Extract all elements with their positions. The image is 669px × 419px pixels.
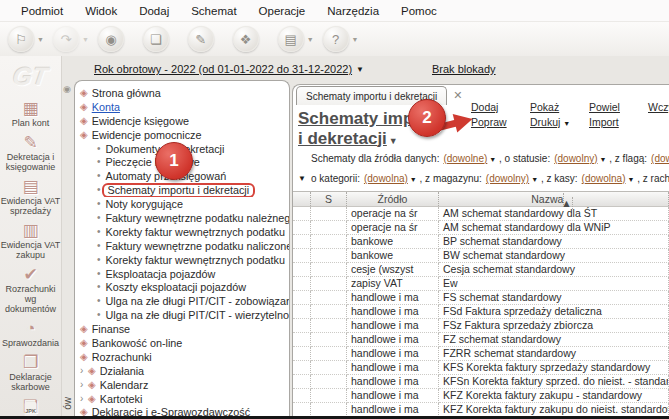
table-row[interactable]: handlowe i ma KFS Korekta faktury sprzed… [293,361,669,375]
tab-close-icon[interactable]: ✕ [453,89,462,102]
action-link[interactable]: Powiel [589,100,648,115]
dropdown-caret-icon[interactable]: ▼ [82,36,89,43]
help-button[interactable]: ? ▼ [323,26,359,52]
sidebar-item-plan-kont[interactable]: ▦ Plan kont [0,99,62,128]
dropdown-caret-icon[interactable]: ▼ [563,116,570,131]
table-row[interactable]: handlowe i ma KFZ Korekta faktury zakupu… [293,403,669,416]
tree-item[interactable]: › ◈ • Noty korygujące [75,197,289,211]
table-row[interactable]: handlowe i ma KFZ Korekta faktury zakupu… [293,389,669,403]
menu-item[interactable]: Dodaj [128,2,180,20]
table-row[interactable]: handlowe i ma FSz Faktura sprzedaży zbio… [293,319,669,333]
table-row[interactable]: operacje na śr AM schemat standardowy dl… [293,221,669,235]
header-nazwa[interactable]: Nazwa▲ [439,192,669,206]
menu-item[interactable]: Podmiot [10,2,74,20]
undo-hand-button[interactable]: ↷ ▼ [53,26,89,52]
action-link[interactable]: Dodaj [471,100,530,115]
printer-button[interactable]: ▤ ▼ [278,26,314,52]
tree-item[interactable]: › ◈ • Ulga na złe długi PIT/CIT - zobowi… [75,294,289,308]
main-panel: Schematy importu i dekretacji ✕ Schematy… [292,84,669,416]
action-link[interactable]: Popraw▼ [471,115,530,130]
dropdown-caret-icon[interactable]: ▼ [410,176,417,183]
action-link[interactable]: Import▼ [589,115,648,130]
tree-item[interactable]: › ◈ • Faktury wewnętrzne podatku naliczo… [75,239,289,253]
expand-chevron-icon[interactable]: › [80,394,87,404]
tree-item[interactable]: › ◈ • Konta [75,100,289,114]
filter-value-link[interactable]: (dowolna) [364,173,408,184]
table-row[interactable]: cesje (wszyst Cesja schemat standardowy [293,263,669,277]
dropdown-caret-icon[interactable]: ▼ [307,36,314,43]
menu-item[interactable]: Widok [74,2,128,20]
tree-item[interactable]: › ◈ • Bankowość on-line [75,336,289,350]
tree-item[interactable]: › ◈ • Ulga na złe długi PIT/CIT - wierzy… [75,308,289,322]
tree-item[interactable]: › ◈ • Korekty faktur wewnętrznych podatk… [75,225,289,239]
tree-item[interactable]: › ◈ • Kalendarz [75,378,289,392]
tree-item[interactable]: › ◈ • Działania [75,364,289,378]
tree-item[interactable]: › ◈ • Kartoteki [75,392,289,406]
filter-value-link[interactable]: (dowolny) [486,173,529,184]
tree-item-icon: ◈ [80,102,88,112]
action-link[interactable]: Pokaż [530,100,589,115]
tree-item[interactable]: › ◈ • Ewidencje pomocnicze [75,128,289,142]
cell-source: handlowe i ma [347,333,439,347]
edit-pen-button[interactable]: ✎ ▼ [188,26,224,52]
table-row[interactable]: handlowe i ma FSd Faktura sprzedaży deta… [293,305,669,319]
table-header-row[interactable]: S Źródło Nazwa▲ [293,192,669,207]
sidebar-item-vat-sprzedazy[interactable]: ▤ Ewidencja VAT sprzedaży [0,177,62,216]
expand-chevron-icon[interactable]: › [80,380,87,390]
sidebar-item-rozrachunki[interactable]: ✔ Rozrachunki wg dokumentów [0,265,62,314]
lock-status-link[interactable]: Brak blokady [432,63,496,75]
action-link[interactable]: Drukuj▼ [530,115,589,131]
header-blank[interactable] [293,192,311,206]
tree-item[interactable]: › ◈ • Koszty eksploatacji pojazdów [75,280,289,294]
dropdown-caret-icon[interactable]: ▼ [531,176,538,183]
table-row[interactable]: zapisy VAT Ew [293,277,669,291]
tree-item[interactable]: › ◈ • Rozrachunki [75,350,289,364]
new-document-button[interactable]: ❏ ▼ [143,26,179,52]
tree-item[interactable]: › ◈ • Ewidencje księgowe [75,114,289,128]
header-s[interactable]: S [311,192,347,206]
gt-logo: GT [11,62,50,91]
collapsed-panel-strip[interactable]: ◉ ów [62,82,74,416]
menu-item[interactable]: Narzędzia [316,2,390,20]
table-row[interactable]: operacje na śr AM schemat standardowy dl… [293,207,669,221]
fiscal-year-link[interactable]: Rok obrotowy - 2022 (od 01-01-2022 do 31… [94,63,352,75]
sidebar-item-vat-zakupu[interactable]: ▥ Ewidencja VAT zakupu [0,221,62,260]
table-row[interactable]: bankowe BW schemat standardowy [293,249,669,263]
table-row[interactable]: handlowe i ma FZ schemat standardowy [293,333,669,347]
filter-value-link[interactable]: (dowolne) [443,153,487,164]
table-row[interactable]: handlowe i ma KFSn Korekta faktury sprze… [293,375,669,389]
dropdown-caret-icon[interactable]: ▼ [352,36,359,43]
tree-item[interactable]: › ◈ • Korekty faktur wewnętrznych podatk… [75,253,289,267]
pointer-select-button[interactable]: ⚐ ▼ [8,26,44,52]
table-row[interactable]: handlowe i ma FS schemat standardowy [293,291,669,305]
pushpin-icon[interactable]: ◉ [63,84,71,94]
menu-item[interactable]: Schemat [180,2,247,20]
tree-item[interactable]: › ◈ • Faktury wewnętrzne podatku należne… [75,211,289,225]
tree-item[interactable]: › ◈ • Eksploatacja pojazdów [75,267,289,281]
filter-value-link[interactable]: (dowolna) [651,153,669,164]
dropdown-caret-icon[interactable]: ▼ [37,36,44,43]
table-row[interactable]: bankowe BP schemat standardowy [293,235,669,249]
table-row[interactable]: handlowe i ma FZRR schemat standardowy [293,347,669,361]
sidebar-item-deklaracje[interactable]: ❐ Deklaracje skarbowe [0,353,62,392]
stamp-button[interactable]: ◉ ▼ [98,26,134,52]
tree-item[interactable]: › ◈ • Strona główna [75,86,289,100]
expand-chevron-icon[interactable]: › [80,366,87,376]
action-link[interactable]: Wczytaj [648,100,669,115]
tree-item[interactable]: › ◈ • Deklaracje i e-Sprawozdawczość [75,405,289,416]
chevron-down-icon[interactable]: ▼ [356,65,364,74]
tree-item[interactable]: › ◈ • Schematy importu i dekretacji [75,183,289,197]
sidebar-item-dekretacja[interactable]: ✎ Dekretacja i księgowanie [0,133,62,172]
tree-item[interactable]: › ◈ • Finanse [75,322,289,336]
magnifier-button[interactable]: ❖ ▼ [233,26,269,52]
filter-value-link[interactable]: (dowolny) [554,153,597,164]
dropdown-caret-icon[interactable]: ▼ [600,156,607,163]
filter-value-link[interactable]: (dowolna) [582,173,626,184]
dropdown-caret-icon[interactable]: ▼ [628,176,635,183]
dropdown-caret-icon[interactable]: ▼ [489,156,496,163]
header-zrodlo[interactable]: Źródło [347,192,439,206]
menu-item[interactable]: Operacje [248,2,317,20]
filter-collapse-icon[interactable]: ▼ [298,174,306,183]
menu-item[interactable]: Pomoc [390,2,448,20]
sidebar-item-sprawozdania[interactable]: ◔ Sprawozdania [0,319,62,348]
